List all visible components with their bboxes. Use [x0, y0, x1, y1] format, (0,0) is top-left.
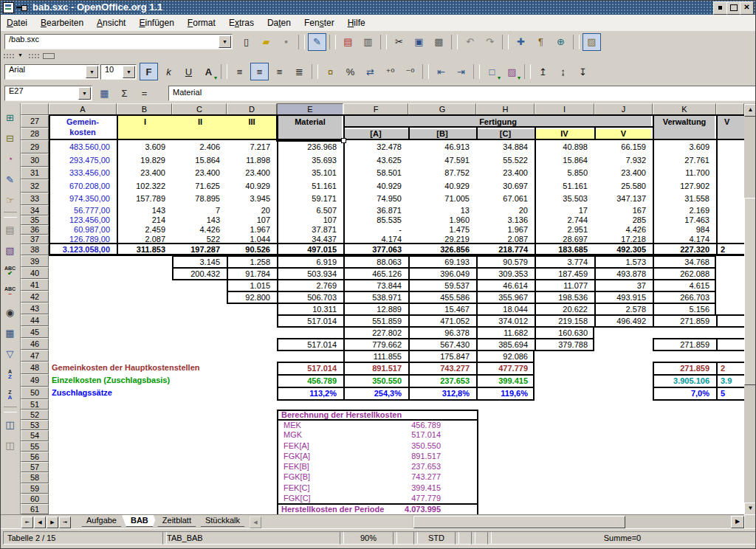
cell-C31[interactable]: 23.400 — [173, 167, 225, 179]
column-header-C[interactable]: C — [172, 103, 227, 115]
cell-D37[interactable]: 1.044 — [228, 235, 275, 244]
calc-value-FEK[B][interactable]: 237.653 — [340, 462, 446, 472]
cell-I42[interactable]: 198.536 — [536, 291, 593, 303]
export-pdf-icon[interactable]: ▤ — [339, 33, 357, 51]
row-header-50[interactable]: 50 — [21, 387, 49, 399]
cell-E29[interactable]: 236.968 — [278, 140, 342, 153]
cell-K32[interactable]: 127.902 — [654, 179, 715, 193]
underline-button[interactable]: U — [179, 63, 198, 80]
toolbar-grip[interactable] — [28, 53, 40, 58]
cell-E36[interactable]: 37.871 — [278, 225, 342, 235]
last-sheet-button[interactable]: ⇥ — [59, 517, 71, 528]
url-combobox[interactable]: /bab.sxc — [4, 34, 233, 49]
cell-C30[interactable]: 15.864 — [173, 153, 225, 167]
cell-A36[interactable]: 60.987,00 — [50, 225, 115, 235]
row-header-37[interactable]: 37 — [21, 235, 49, 244]
align-bottom-icon[interactable]: ↧ — [574, 63, 592, 80]
cell-J40[interactable]: 493.878 — [596, 268, 651, 280]
next-sheet-button[interactable]: ▶ — [47, 517, 58, 528]
cell-G50[interactable]: 312,8% — [410, 387, 475, 400]
autoformat-icon[interactable]: ▧ — [1, 241, 19, 259]
column-header-partial[interactable] — [716, 103, 744, 115]
cell-I32[interactable]: 51.161 — [536, 179, 593, 193]
cell-K37[interactable]: 4.174 — [654, 235, 715, 244]
cell-G42[interactable]: 455.586 — [410, 291, 475, 303]
cell-D35[interactable]: 107 — [228, 215, 275, 225]
align-justify-icon[interactable]: ≣ — [290, 63, 309, 80]
sheet-tab-zeitblatt[interactable]: Zeitblatt — [154, 515, 200, 527]
cell-F35[interactable]: 85.535 — [345, 215, 407, 225]
row-header-39[interactable]: 39 — [21, 255, 49, 267]
cell-B31[interactable]: 23.400 — [118, 167, 171, 179]
bold-button[interactable]: F — [140, 63, 158, 80]
row-header-58[interactable]: 58 — [21, 472, 49, 483]
cell-H40[interactable]: 309.353 — [478, 268, 533, 280]
scroll-right-icon[interactable]: ▶ — [731, 516, 744, 528]
formula-input[interactable]: Material — [168, 86, 756, 101]
cell-I45[interactable]: 160.630 — [536, 327, 593, 339]
cell-E42[interactable]: 506.703 — [278, 291, 342, 303]
form-functions-icon[interactable]: ☞ — [1, 191, 19, 209]
cell-G29[interactable]: 46.913 — [410, 140, 475, 153]
cell-F38[interactable]: 377.063 — [345, 244, 407, 255]
cell-G37[interactable]: 29.219 — [410, 235, 475, 244]
cell-I36[interactable]: 2.951 — [536, 225, 593, 235]
autospellcheck-icon[interactable]: ABC~ — [1, 283, 19, 300]
print-icon[interactable]: ▥ — [359, 33, 377, 51]
hyperlink-icon[interactable]: ⊕ — [551, 33, 570, 51]
cell-C37[interactable]: 522 — [173, 235, 225, 244]
cell-G48[interactable]: 743.277 — [410, 362, 475, 375]
row-header-45[interactable]: 45 — [21, 326, 49, 338]
cell-B34[interactable]: 143 — [118, 205, 171, 215]
cell-H30[interactable]: 55.522 — [478, 153, 533, 167]
draw-functions-icon[interactable]: ✎ — [1, 170, 19, 188]
cell-B35[interactable]: 214 — [118, 215, 171, 225]
collapse-icon[interactable]: ▼ — [18, 52, 23, 58]
cell-J41[interactable]: 37 — [596, 280, 651, 291]
align-right-icon[interactable]: ≡ — [270, 63, 289, 80]
cell-A32[interactable]: 670.208,00 — [50, 179, 115, 193]
menu-ansicht[interactable]: Ansicht — [90, 15, 132, 31]
scroll-up-icon[interactable]: ▲ — [744, 104, 756, 117]
cell-L49[interactable]: 3.9 — [718, 375, 740, 387]
cell-H37[interactable]: 2.087 — [478, 235, 533, 244]
name-box[interactable]: E27 — [4, 86, 92, 101]
cell-J42[interactable]: 493.915 — [596, 291, 651, 303]
cell-B36[interactable]: 2.459 — [118, 225, 171, 235]
cell-F48[interactable]: 891.517 — [345, 362, 407, 375]
cell-D41[interactable]: 1.015 — [228, 280, 275, 291]
font-size-combobox[interactable]: 10 — [100, 64, 137, 80]
datapilot-icon[interactable]: ▦ — [1, 324, 19, 342]
cell-I29[interactable]: 40.898 — [536, 140, 593, 153]
cell-J38[interactable]: 492.305 — [596, 244, 651, 255]
cell-F34[interactable]: 36.871 — [345, 205, 407, 215]
cell-E35[interactable]: 107 — [278, 215, 342, 225]
cell-G34[interactable]: 13 — [410, 205, 475, 215]
row-header-57[interactable]: 57 — [21, 462, 49, 472]
row-header-43[interactable]: 43 — [21, 303, 49, 314]
cell-H34[interactable]: 20 — [478, 205, 533, 215]
cell-E41[interactable]: 2.769 — [278, 280, 342, 291]
calc-value-MGK[interactable]: 517.014 — [340, 430, 446, 440]
cell-J31[interactable]: 23.400 — [596, 167, 651, 179]
new-document-icon[interactable]: ▯ — [237, 33, 255, 51]
cell-J43[interactable]: 2.578 — [596, 303, 651, 315]
align-center-icon[interactable]: ≡ — [250, 63, 269, 80]
cell-A38[interactable]: 3.123.058,00 — [50, 244, 115, 255]
cell-G38[interactable]: 326.856 — [410, 244, 475, 255]
cell-I33[interactable]: 35.503 — [536, 193, 593, 205]
status-selection-mode[interactable]: STD — [413, 531, 459, 545]
gallery-icon[interactable]: ▨ — [583, 33, 601, 51]
name-box-dropdown-icon[interactable] — [78, 87, 91, 100]
stylist-icon[interactable]: ¶ — [532, 33, 550, 51]
cell-A33[interactable]: 974.350,00 — [50, 193, 115, 205]
restore-button[interactable] — [726, 1, 740, 15]
row-header-35[interactable]: 35 — [21, 215, 49, 225]
cell-E43[interactable]: 10.311 — [278, 303, 342, 315]
row-header-27[interactable]: 27 — [21, 115, 49, 128]
cell-K38[interactable]: 227.320 — [654, 244, 715, 255]
cell-D29[interactable]: 7.217 — [228, 140, 275, 153]
column-header-A[interactable]: A — [49, 103, 117, 115]
cell-C38[interactable]: 197.287 — [173, 244, 225, 255]
calc-value-FEK[C][interactable]: 399.415 — [340, 483, 446, 493]
